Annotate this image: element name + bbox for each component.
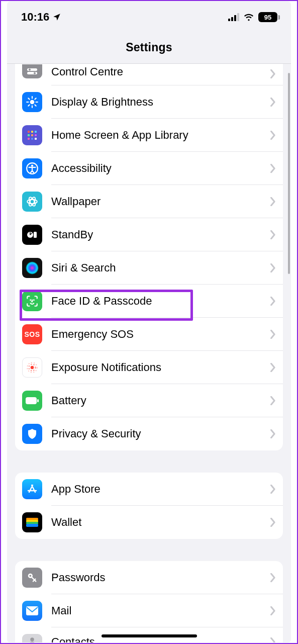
face-id-icon [22,291,42,311]
accessibility-icon [22,158,42,178]
svg-rect-17 [31,134,33,136]
svg-rect-13 [28,131,30,133]
sos-icon: SOS [22,324,42,344]
display-brightness-icon [22,92,42,112]
svg-rect-44 [26,606,38,615]
phone-frame: 10:16 95 Settings [7,2,291,642]
svg-point-33 [31,366,34,370]
chevron-right-icon [270,637,276,643]
passwords-icon [22,568,42,588]
settings-row-sos[interactable]: SOS Emergency SOS [15,318,283,351]
row-label: App Store [42,483,270,496]
svg-point-32 [34,300,34,300]
svg-point-2 [29,69,31,71]
svg-rect-41 [26,524,38,527]
status-bar: 10:16 95 [7,2,291,29]
wallpaper-icon [22,192,42,212]
svg-rect-19 [28,138,30,140]
svg-rect-29 [34,232,37,238]
svg-rect-21 [35,138,37,140]
settings-row-home-screen[interactable]: Home Screen & App Library [15,119,283,152]
row-label: Accessibility [42,162,270,175]
chevron-right-icon [270,98,276,107]
svg-point-43 [30,575,32,577]
battery-indicator: 95 [258,12,280,22]
app-store-icon [22,479,42,499]
row-label: Control Centre [42,65,270,78]
chevron-right-icon [270,363,276,372]
wallet-icon [22,512,42,532]
row-label: Passwords [42,571,270,584]
standby-icon [22,225,42,245]
row-label: StandBy [42,228,270,241]
svg-point-45 [30,637,34,641]
chevron-right-icon [270,518,276,527]
chevron-right-icon [270,69,276,78]
scroll-indicator[interactable] [288,73,290,274]
chevron-right-icon [270,263,276,272]
location-arrow-icon [52,13,61,22]
settings-row-privacy[interactable]: Privacy & Security [15,417,283,450]
chevron-right-icon [270,330,276,339]
chevron-right-icon [270,429,276,438]
svg-point-31 [30,300,31,300]
cellular-signal-icon [228,13,239,21]
svg-line-10 [35,105,36,106]
settings-row-passwords[interactable]: Passwords [15,561,283,594]
chevron-right-icon [270,573,276,582]
row-label: Battery [42,394,270,407]
chevron-right-icon [270,197,276,206]
home-screen-icon [22,125,42,145]
settings-row-accessibility[interactable]: Accessibility [15,152,283,185]
chevron-right-icon [270,297,276,306]
svg-rect-37 [37,399,39,402]
row-label: Siri & Search [42,261,270,274]
row-label: Exposure Notifications [42,361,270,374]
settings-row-mail[interactable]: Mail [15,594,283,627]
status-time: 10:16 [21,11,49,24]
svg-point-23 [31,164,33,166]
settings-group-general: Control Centre Display & Brightness [15,64,283,450]
svg-rect-16 [28,134,30,136]
row-label: Display & Brightness [42,96,270,109]
row-label: Emergency SOS [42,328,270,341]
contacts-icon [22,634,42,642]
chevron-right-icon [270,131,276,140]
home-indicator[interactable] [102,634,197,637]
row-label: Wallpaper [42,195,270,208]
privacy-security-icon [22,424,42,444]
mail-icon [22,601,42,621]
svg-rect-18 [35,134,37,136]
row-label: Mail [42,604,270,617]
battery-level: 95 [258,12,277,22]
row-label: Privacy & Security [42,427,270,440]
settings-row-standby[interactable]: StandBy [15,218,283,251]
settings-row-app-store[interactable]: App Store [15,473,283,506]
row-label: Face ID & Passcode [42,295,270,308]
settings-row-display[interactable]: Display & Brightness [15,85,283,119]
settings-row-face-id[interactable]: Face ID & Passcode [15,285,283,318]
settings-group-store: App Store Wallet [15,473,283,539]
battery-icon [22,391,42,411]
svg-point-3 [34,72,36,74]
chevron-right-icon [270,396,276,405]
settings-row-control-centre[interactable]: Control Centre [15,64,283,85]
settings-row-battery[interactable]: Battery [15,384,283,417]
svg-line-11 [28,105,29,106]
svg-rect-36 [26,397,37,404]
svg-rect-20 [31,138,33,140]
siri-icon [22,258,42,278]
svg-rect-15 [35,131,37,133]
chevron-right-icon [270,485,276,494]
settings-row-wallpaper[interactable]: Wallpaper [15,185,283,218]
chevron-right-icon [270,230,276,239]
settings-list[interactable]: Control Centre Display & Brightness [7,64,291,642]
svg-point-30 [26,261,39,274]
svg-line-12 [35,98,36,99]
settings-row-siri[interactable]: Siri & Search [15,251,283,285]
settings-row-exposure[interactable]: Exposure Notifications [15,351,283,384]
settings-row-wallet[interactable]: Wallet [15,506,283,539]
chevron-right-icon [270,164,276,173]
chevron-right-icon [270,606,276,615]
row-label: Wallet [42,516,270,529]
